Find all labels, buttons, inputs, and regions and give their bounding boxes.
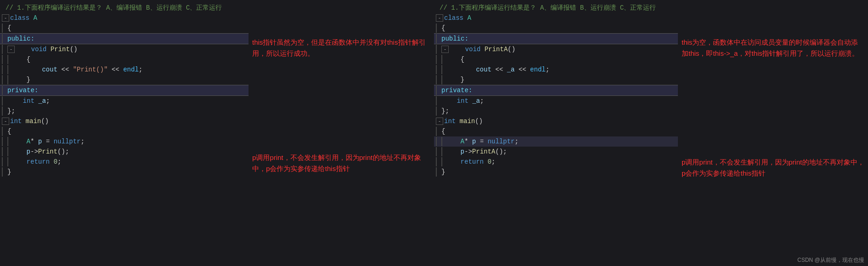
code-class-line: - class A xyxy=(0,13,249,23)
code-print-call: p -> Print (); xyxy=(0,147,249,157)
code-main-fn: - int main() xyxy=(0,116,249,126)
code-main-end: } xyxy=(0,167,249,177)
code-fn-brace-open-2: { xyxy=(434,54,678,65)
annotation1-right: this为空，函数体中在访问成员变量的时候编译器会自动添加this，即this-… xyxy=(682,37,864,59)
fold-icon-5[interactable]: - xyxy=(441,46,449,53)
code-printA-fn: - void PrintA() xyxy=(434,44,678,54)
code-class-line-2: - class A xyxy=(434,13,678,23)
code-private-2: private: xyxy=(434,85,678,96)
code-public-2: public: xyxy=(434,33,678,44)
fold-icon-3[interactable]: - xyxy=(2,118,9,125)
code-print-fn: - void Print() xyxy=(0,44,249,54)
code-public: public: xyxy=(0,33,249,44)
code-brace-open-2: { xyxy=(434,23,678,33)
comment-line-1: // 1.下面程序编译运行结果是？ A、编译报错 B、运行崩溃 C、正常运行 xyxy=(0,3,249,13)
code-nullptr-line-2: A * p = nullptr ; xyxy=(434,136,678,147)
code-int-a-2: int _a; xyxy=(434,96,678,106)
code-right: // 1.下面程序编译运行结果是？ A、编译报错 B、运行崩溃 C、正常运行 -… xyxy=(434,0,678,266)
code-fn-brace-close: } xyxy=(0,75,249,85)
code-class-end-2: }; xyxy=(434,106,678,116)
comment-text-2: // 1.下面程序编译运行结果是？ A、编译报错 B、运行崩溃 C、正常运行 xyxy=(440,3,656,13)
code-return-2: return 0 ; xyxy=(434,157,678,167)
csdn-watermark: CSDN @从前慢，现在也慢 xyxy=(797,256,864,264)
code-left: // 1.下面程序编译运行结果是？ A、编译报错 B、运行崩溃 C、正常运行 -… xyxy=(0,0,249,266)
code-main-fn-2: - int main() xyxy=(434,116,678,126)
panel-left: // 1.下面程序编译运行结果是？ A、编译报错 B、运行崩溃 C、正常运行 -… xyxy=(0,0,434,266)
code-fn-brace-close-2: } xyxy=(434,75,678,85)
fold-icon-4[interactable]: - xyxy=(436,14,443,22)
code-class-end: }; xyxy=(0,106,249,116)
code-main-brace-2: { xyxy=(434,126,678,136)
code-main-end-2: } xyxy=(434,167,678,177)
fold-icon-1[interactable]: - xyxy=(2,14,9,22)
code-main-brace: { xyxy=(0,126,249,136)
comment-line-2: // 1.下面程序编译运行结果是？ A、编译报错 B、运行崩溃 C、正常运行 xyxy=(434,3,678,13)
annotation1-left: this指针虽然为空，但是在函数体中并没有对this指针解引用，所以运行成功。 xyxy=(252,37,430,59)
code-nullptr-line: A * p = nullptr ; xyxy=(0,136,249,147)
code-cout-a-line: cout << _a << endl ; xyxy=(434,65,678,75)
code-fn-brace-open: { xyxy=(0,54,249,65)
code-int-a: int _a; xyxy=(0,96,249,106)
code-brace-open: { xyxy=(0,23,249,33)
panel-right: // 1.下面程序编译运行结果是？ A、编译报错 B、运行崩溃 C、正常运行 -… xyxy=(434,0,868,266)
fold-icon-2[interactable]: - xyxy=(7,46,15,53)
code-private: private: xyxy=(0,85,249,96)
code-return: return 0 ; xyxy=(0,157,249,167)
fold-icon-6[interactable]: - xyxy=(436,118,443,125)
annotations-right: this为空，函数体中在访问成员变量的时候编译器会自动添加this，即this-… xyxy=(678,0,868,266)
code-cout-line: cout << "Print()" << endl ; xyxy=(0,65,249,75)
annotations-left: this指针虽然为空，但是在函数体中并没有对this指针解引用，所以运行成功。 … xyxy=(249,0,434,266)
annotation2-left: p调用print，不会发生解引用，因为print的地址不再对象中，p会作为实参传… xyxy=(252,152,430,174)
comment-text-1: // 1.下面程序编译运行结果是？ A、编译报错 B、运行崩溃 C、正常运行 xyxy=(6,3,222,13)
annotation2-right: p调用print，不会发生解引用，因为print的地址不再对象中，p会作为实参传… xyxy=(682,157,864,179)
code-printA-call: p -> PrintA (); xyxy=(434,147,678,157)
